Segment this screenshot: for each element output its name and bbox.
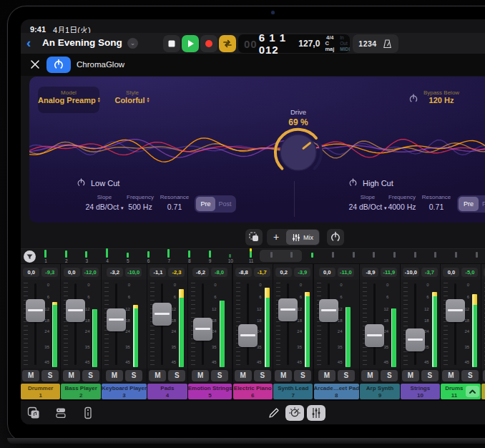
mute-button[interactable]: M [442,370,459,381]
high-cut-pre-button[interactable]: Pre [459,197,479,211]
overview-mini-meter[interactable] [85,251,87,258]
peak-value[interactable]: -1,7 [254,268,270,277]
overview-mini-meter[interactable] [167,249,170,258]
volume-value[interactable]: -1,1 [150,268,166,277]
loop-browser-icon[interactable] [26,406,41,420]
high-cut-resonance-value[interactable]: 0.71 [411,203,461,211]
mute-button[interactable]: M [318,370,335,381]
plugin-power-button[interactable] [46,57,71,73]
drive-knob[interactable] [271,125,325,180]
track-name-plate[interactable]: Electric Piano6 [233,384,273,399]
solo-button[interactable]: S [381,370,398,381]
track-name-plate[interactable]: Chorus V [481,384,485,399]
overview-viewport-indicator[interactable] [260,250,302,262]
solo-button[interactable]: S [125,370,142,381]
style-selector[interactable]: Style Colorful▲▼ [104,89,161,104]
mute-button[interactable]: M [275,370,292,381]
overview-mini-meter[interactable] [434,252,436,258]
fader-handle[interactable] [66,299,85,322]
overview-mini-meter[interactable] [290,252,293,258]
mute-button[interactable]: M [106,370,123,381]
faders-view-button[interactable] [307,405,325,421]
overview-mini-meter[interactable] [209,250,211,258]
track-name-plate[interactable]: Bass Player2 [61,384,100,399]
overview-mini-meter[interactable] [229,254,231,258]
mute-button[interactable]: M [192,370,209,381]
expand-chevron-button[interactable] [466,386,479,397]
bypass-power-icon[interactable] [408,94,418,104]
peak-value[interactable]: -3,7 [421,268,438,277]
solo-button[interactable]: S [168,370,185,381]
overview-mini-meter[interactable] [250,248,252,258]
mute-button[interactable]: M [235,370,252,381]
overview-mini-meter[interactable] [393,252,396,258]
solo-button[interactable]: S [254,370,271,381]
fader-handle[interactable] [107,308,126,331]
volume-value[interactable]: 0,0 [319,268,335,277]
volume-value[interactable]: 0,2 [275,268,292,277]
fader-handle[interactable] [26,299,45,322]
overview-mini-meter[interactable] [127,253,129,258]
count-in-metronome-group[interactable]: 1234 [353,34,398,53]
record-button[interactable] [200,35,217,52]
level-control[interactable]: Level 0.0 [474,89,485,104]
song-title[interactable]: An Evening Song [42,37,122,48]
track-name-plate[interactable]: Synth Lead7 [273,384,313,399]
overview-mini-meter[interactable] [455,252,457,258]
overview-mini-meter[interactable] [353,252,355,258]
low-cut-resonance-value[interactable]: 0.71 [150,203,200,211]
model-selector[interactable]: Model Analog Preamp▲▼ [38,87,99,113]
peak-value[interactable]: -12,0 [82,268,99,277]
mute-button[interactable]: M [361,370,378,381]
solo-button[interactable]: S [461,370,479,381]
overview-mini-meter[interactable] [270,252,273,258]
solo-button[interactable]: S [41,370,59,381]
fader-handle[interactable] [152,303,172,326]
solo-button[interactable]: S [294,370,311,381]
count-in-button[interactable]: 1234 [358,39,376,48]
overview-mini-meter[interactable] [414,252,416,258]
add-track-button[interactable]: + [267,229,285,245]
low-cut-post-button[interactable]: Post [215,197,235,211]
low-cut-pre-button[interactable]: Pre [196,197,215,211]
track-overview-strip[interactable]: 1234567891011 [21,248,485,264]
browser-icon[interactable] [54,406,68,420]
close-icon[interactable] [29,59,41,70]
overview-mini-meter[interactable] [44,250,46,258]
peak-value[interactable]: -9,3 [41,268,58,277]
volume-value[interactable]: -10,0 [403,268,419,277]
overview-mini-meter[interactable] [332,252,334,258]
track-name-plate[interactable]: Strings10 [401,384,440,399]
mute-button[interactable]: M [149,370,166,381]
song-title-chevron-icon[interactable]: ⌄ [127,38,138,49]
fader-handle[interactable] [365,324,384,347]
peak-value[interactable]: -8,0 [211,268,227,277]
fader-handle[interactable] [319,299,338,322]
peak-value[interactable]: -11,9 [381,268,397,277]
track-name-plate[interactable]: Keyboard Player3 [102,384,147,399]
overview-filter-button[interactable] [24,250,36,263]
fader-handle[interactable] [446,299,465,322]
overview-mini-meter[interactable] [106,248,108,258]
play-button[interactable] [182,35,199,52]
play-surface-icon[interactable] [81,406,95,420]
volume-value[interactable]: -6,2 [192,268,209,277]
fader-handle[interactable] [278,298,298,321]
cycle-loop-button[interactable] [219,35,236,52]
mute-button[interactable]: M [402,370,419,381]
overview-mini-meter[interactable] [188,250,190,258]
bypass-below-control[interactable]: Bypass Below 120 Hz [421,89,461,104]
peak-value[interactable]: -10,0 [125,268,142,277]
mute-button[interactable]: M [22,370,39,381]
duplicate-button[interactable] [245,229,263,245]
peak-value[interactable]: -2,3 [168,268,185,277]
solo-button[interactable]: S [338,370,355,381]
volume-value[interactable]: -3,2 [107,268,123,277]
volume-value[interactable]: 0,0 [443,268,459,277]
solo-button[interactable]: S [82,370,99,381]
low-cut-power-icon[interactable] [77,178,86,188]
overview-mini-meter[interactable] [147,251,150,258]
peak-value[interactable]: -3,9 [294,268,310,277]
fader-handle[interactable] [406,328,425,351]
fader-handle[interactable] [238,324,258,347]
